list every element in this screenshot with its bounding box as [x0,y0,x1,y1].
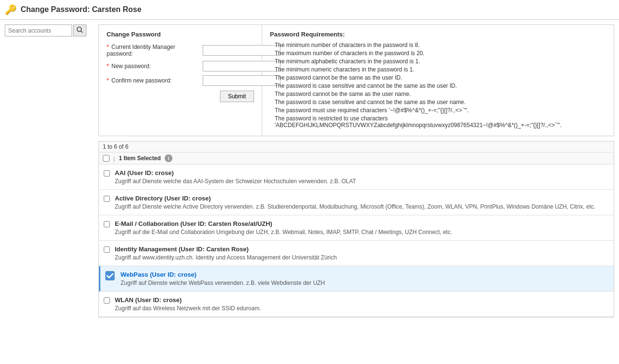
item-description: Zugriff auf das Wireless Netzwerk mit de… [115,305,261,312]
separator: | [113,155,115,162]
item-checkbox[interactable] [104,247,110,253]
search-box [5,24,94,36]
list-item[interactable]: E-Mail / Collaboration (User ID: Carsten… [99,215,614,241]
form-row-current-pw: * Current Identity Manager password: [107,44,254,57]
item-checkbox[interactable] [104,196,110,202]
content-area: Change Password * Current Identity Manag… [98,24,614,317]
item-checkbox[interactable] [104,170,110,176]
list-item[interactable]: Active Directory (User ID: crose)Zugriff… [99,190,614,215]
sidebar [5,24,94,317]
change-password-heading: Change Password [107,31,254,38]
list-item[interactable]: Identity Management (User ID: Carsten Ro… [99,241,614,266]
item-body: E-Mail / Collaboration (User ID: Carsten… [115,220,452,235]
item-body: WebPass (User ID: crose)Zugriff auf Dien… [121,271,325,286]
requirement-item: The password cannot be the same as the u… [270,74,606,81]
change-password-panel: Change Password * Current Identity Manag… [98,24,614,136]
requirement-item: The password cannot be the same as the u… [270,91,606,97]
items-list: AAI (User ID: crose)Zugriff auf Dienste … [99,164,614,317]
requirement-item: The password is case sensitive and canno… [270,99,606,106]
item-description: Zugriff auf Dienste welche das AAI-Syste… [115,178,356,185]
item-title: AAI (User ID: crose) [115,169,356,176]
submit-row: Submit [107,91,254,102]
item-title[interactable]: WebPass (User ID: crose) [121,271,325,278]
page-header: 🔑 Change Password: Carsten Rose [0,0,619,20]
selected-label: 1 Item Selected [119,155,160,162]
form-row-new-pw: * New password: [107,61,254,71]
items-count-text: 1 to 6 of 6 [103,143,128,150]
requirement-item: The password is case sensitive and canno… [270,82,606,89]
item-selected-icon [105,271,116,282]
list-item[interactable]: WebPass (User ID: crose)Zugriff auf Dien… [99,266,614,292]
items-section: 1 to 6 of 6 | 1 Item Selected i AAI (Use… [98,141,614,317]
search-button[interactable] [73,24,86,36]
search-input[interactable] [5,24,72,36]
page-icon: 🔑 [5,4,17,15]
items-selection-bar: | 1 Item Selected i [99,153,614,164]
requirements-list: The minimum number of characters in the … [270,42,606,129]
svg-point-0 [77,27,82,32]
item-title: WLAN (User ID: crose) [115,296,261,304]
item-checkbox[interactable] [104,297,110,304]
change-password-form: Change Password * Current Identity Manag… [99,25,262,136]
item-title: E-Mail / Collaboration (User ID: Carsten… [115,220,452,227]
svg-line-1 [81,31,83,33]
label-current-pw: * Current Identity Manager password: [107,44,203,57]
requirement-item: The maximum number of characters in the … [270,50,606,57]
item-checkbox[interactable] [104,221,110,227]
item-title: Identity Management (User ID: Carsten Ro… [115,246,337,253]
item-description: Zugriff auf Dienste welche WebPass verwe… [121,280,325,286]
label-confirm-pw: * Confirm new password: [107,77,203,84]
item-title: Active Directory (User ID: crose) [115,195,595,202]
requirement-item: The minimum number of characters in the … [270,42,606,48]
requirement-item: The minimum alphabetic characters in the… [270,58,606,65]
list-item[interactable]: WLAN (User ID: crose)Zugriff auf das Wir… [99,292,614,317]
select-all-checkbox[interactable] [103,155,109,162]
submit-button[interactable]: Submit [220,91,254,102]
requirement-item: The password is restricted to use charac… [270,115,606,129]
item-body: WLAN (User ID: crose)Zugriff auf das Wir… [115,296,261,312]
item-body: Identity Management (User ID: Carsten Ro… [115,246,337,261]
form-row-confirm-pw: * Confirm new password: [107,75,254,86]
item-description: Zugriff auf die E-Mail und Collaboration… [115,229,452,235]
requirement-item: The password must use required character… [270,107,606,114]
label-new-pw: * New password: [107,63,203,70]
password-requirements: Password Requirements: The minimum numbe… [262,25,614,136]
list-item[interactable]: AAI (User ID: crose)Zugriff auf Dienste … [99,164,614,190]
items-count-bar: 1 to 6 of 6 [99,141,614,153]
page-title: Change Password: Carsten Rose [21,5,142,14]
requirement-item: The minimum numeric characters in the pa… [270,66,606,73]
item-description: Zugriff auf Dienste welche Active Direct… [115,203,595,210]
item-description: Zugriff auf www.identity.uzh.ch. Identit… [115,254,337,261]
item-body: Active Directory (User ID: crose)Zugriff… [115,195,595,210]
item-body: AAI (User ID: crose)Zugriff auf Dienste … [115,169,356,185]
requirements-heading: Password Requirements: [270,31,606,38]
info-icon[interactable]: i [165,154,172,162]
